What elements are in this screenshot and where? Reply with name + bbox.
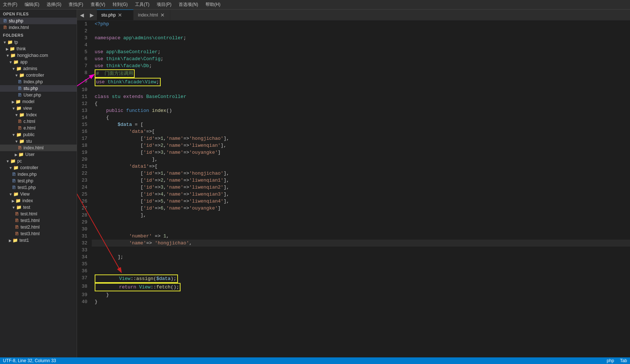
menu-project[interactable]: 项目(P) xyxy=(155,1,173,8)
line-code-8[interactable]: # 门面方法调用 xyxy=(92,69,630,78)
folder-pc-controller[interactable]: ▼ 📁 controller xyxy=(0,164,77,171)
line-code-19[interactable]: ['id'=>3,'name'=>'ouyangke'] xyxy=(92,149,630,156)
menu-select[interactable]: 选择(S) xyxy=(45,1,63,8)
file-stuphp[interactable]: 🖹 stu.php xyxy=(0,85,77,92)
line-num-22: 22 xyxy=(77,170,92,177)
folder-think[interactable]: ▶ 📁 think xyxy=(0,46,77,52)
line-code-26[interactable]: ['id'=>5,'name'=>'liwenqian4'], xyxy=(92,198,630,205)
line-code-24[interactable]: ['id'=>3,'name'=>'liwenqian2'], xyxy=(92,184,630,191)
line-num-2: 2 xyxy=(77,28,92,34)
line-code-17[interactable]: ['id'=>1,'name'=>'hongjichao'], xyxy=(92,135,630,142)
menu-prefs[interactable]: 首选项(N) xyxy=(177,1,200,8)
menu-goto[interactable]: 转到(G) xyxy=(111,1,129,8)
tab-nav-forward[interactable]: ▶ xyxy=(87,10,97,20)
line-code-36[interactable] xyxy=(92,267,630,274)
file-testphp[interactable]: 🖹 test.php xyxy=(0,178,77,184)
line-code-14[interactable]: { xyxy=(92,114,630,121)
tab-stuphp[interactable]: stu.php ✕ xyxy=(97,10,134,20)
open-file-indexhtml[interactable]: 🖹 index.html xyxy=(0,24,77,31)
menu-file[interactable]: 文件(F) xyxy=(1,1,19,8)
file-ehtml[interactable]: 🖹 e.html xyxy=(0,125,77,131)
menu-view[interactable]: 查看(V) xyxy=(89,1,107,8)
folder-public[interactable]: ▼ 📁 public xyxy=(0,131,77,138)
line-code-16[interactable]: 'data'=>[ xyxy=(92,128,630,135)
folder-pc[interactable]: ▼ 📁 pc xyxy=(0,158,77,164)
tab-nav-back[interactable]: ◀ xyxy=(77,10,87,20)
line-code-1[interactable]: <?php xyxy=(92,21,630,28)
file-test1php[interactable]: 🖹 test1.php xyxy=(0,184,77,191)
line-code-7[interactable]: use think\facade\Db; xyxy=(92,62,630,69)
line-code-21[interactable]: 'data1'=>[ xyxy=(92,163,630,170)
file-icon-stuphp2: 🖹 xyxy=(18,86,22,91)
file-chtml[interactable]: 🖹 c.html xyxy=(0,118,77,125)
tab-close-stuphp[interactable]: ✕ xyxy=(118,12,122,18)
file-icon-indexphp: 🖹 xyxy=(18,79,22,84)
line-code-12[interactable]: { xyxy=(92,100,630,107)
folder-admins[interactable]: ▼ 📁 admins xyxy=(0,65,77,72)
file-test1html[interactable]: 🖹 test1.html xyxy=(0,217,77,224)
line-code-11[interactable]: class stu extends BaseController xyxy=(92,93,630,100)
code-editor[interactable]: 1<?php 2 3namespace app\admins\controlle… xyxy=(77,21,630,357)
line-code-33[interactable] xyxy=(92,247,630,254)
line-code-2[interactable] xyxy=(92,28,630,34)
line-code-28[interactable]: ], xyxy=(92,212,630,219)
line-code-38[interactable]: return View::fetch(); xyxy=(92,283,630,291)
line-code-5[interactable]: use app\BaseController; xyxy=(92,48,630,55)
line-num-13: 13 xyxy=(77,107,92,114)
line-code-39[interactable]: } xyxy=(92,291,630,298)
folder-pc-index[interactable]: ▶ 📁 index xyxy=(0,197,77,204)
line-code-37[interactable]: View::assign($data); xyxy=(92,274,630,283)
folder-test1[interactable]: ▶ 📁 test1 xyxy=(0,237,77,244)
line-code-13[interactable]: public function index() xyxy=(92,107,630,114)
folder-controller[interactable]: ▼ 📁 controller xyxy=(0,72,77,79)
file-test3html[interactable]: 🖹 test3.html xyxy=(0,230,77,237)
code-table: 1<?php 2 3namespace app\admins\controlle… xyxy=(77,21,630,305)
open-files-title: OPEN FILES xyxy=(0,10,77,18)
line-code-4[interactable] xyxy=(92,41,630,48)
line-code-25[interactable]: ['id'=>4,'name'=>'liwenqian3'], xyxy=(92,191,630,198)
line-code-15[interactable]: $data = [ xyxy=(92,121,630,128)
line-code-3[interactable]: namespace app\admins\controller; xyxy=(92,34,630,41)
folder-User[interactable]: ▶ 📁 User xyxy=(0,151,77,158)
line-code-9[interactable]: use think\facade\View; xyxy=(92,78,630,86)
folder-view[interactable]: ▼ 📁 view xyxy=(0,105,77,112)
line-code-30[interactable] xyxy=(92,226,630,233)
open-file-stuphp[interactable]: 🖹 stu.php xyxy=(0,18,77,24)
folder-stu[interactable]: ▼ 📁 stu xyxy=(0,138,77,145)
line-code-10[interactable] xyxy=(92,86,630,93)
line-code-40[interactable]: } xyxy=(92,298,630,305)
line-code-32 current-line[interactable]: 'name'=> 'hongjichao', xyxy=(92,240,630,247)
line-code-22[interactable]: ['id'=>1,'name'=>'hongjichao'], xyxy=(92,170,630,177)
tab-indexhtml[interactable]: index.html ✕ xyxy=(134,10,170,20)
line-num-25: 25 xyxy=(77,191,92,198)
file-test2html[interactable]: 🖹 test2.html xyxy=(0,224,77,230)
line-code-27[interactable]: ['id'=>6,'name'=>'ouyangke'] xyxy=(92,205,630,212)
menu-find[interactable]: 查找(F) xyxy=(67,1,84,8)
line-code-29[interactable] xyxy=(92,219,630,226)
file-pc-indexphp[interactable]: 🖹 index.php xyxy=(0,171,77,178)
folder-Index[interactable]: ▼ 📁 Index xyxy=(0,112,77,118)
folder-app[interactable]: ▼ 📁 app xyxy=(0,59,77,65)
status-right: php Tab xyxy=(607,358,627,363)
file-indexphp[interactable]: 🖹 Index.php xyxy=(0,79,77,85)
line-code-20[interactable]: ], xyxy=(92,156,630,163)
line-code-6[interactable]: use think\facade\Config; xyxy=(92,55,630,62)
menu-edit[interactable]: 编辑(E) xyxy=(23,1,41,8)
file-stuindexhtml[interactable]: 🖹 index.html xyxy=(0,145,77,151)
menu-tools[interactable]: 工具(T) xyxy=(134,1,151,8)
folder-test[interactable]: ▼ 📁 test xyxy=(0,204,77,211)
tab-close-indexhtml[interactable]: ✕ xyxy=(160,12,165,18)
line-code-35[interactable] xyxy=(92,261,630,267)
folder-tp[interactable]: ▼ 📁 tp xyxy=(0,39,77,46)
folder-hongjichao[interactable]: ▼ 📁 hongjichao.com xyxy=(0,52,77,59)
folder-model[interactable]: ▶ 📁 model xyxy=(0,98,77,105)
file-userphp[interactable]: 🖹 User.php xyxy=(0,92,77,98)
line-code-18[interactable]: ['id'=>2,'name'=>'liwenqian'], xyxy=(92,142,630,149)
line-code-34[interactable]: ]; xyxy=(92,254,630,261)
folder-pc-View[interactable]: ▼ 📁 View xyxy=(0,191,77,197)
line-code-23[interactable]: ['id'=>2,'name'=>'liwenqian1'], xyxy=(92,177,630,184)
file-testhtml[interactable]: 🖹 test.html xyxy=(0,211,77,217)
menu-help[interactable]: 帮助(H) xyxy=(204,1,222,8)
file-icon-userphp: 🖹 xyxy=(18,92,22,98)
line-code-31[interactable]: 'number' => 1, xyxy=(92,233,630,240)
